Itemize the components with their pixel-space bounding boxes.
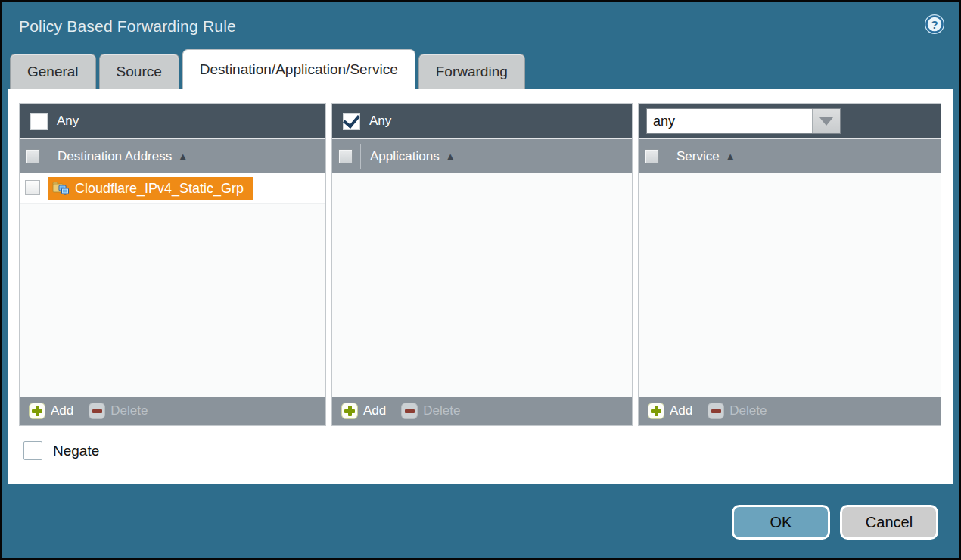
negate-checkbox[interactable] <box>23 441 42 460</box>
add-label: Add <box>51 403 73 418</box>
service-list <box>639 173 941 397</box>
destination-address-header: Destination Address ▲ <box>20 139 325 173</box>
help-question-icon[interactable]: ? <box>924 14 945 35</box>
tab-label: Destination/Application/Service <box>200 61 398 78</box>
tab-source[interactable]: Source <box>99 54 179 89</box>
add-plus-icon <box>29 403 45 419</box>
add-button[interactable]: Add <box>648 403 692 419</box>
dropdown-button[interactable] <box>812 109 840 133</box>
negate-row: Negate <box>23 441 942 460</box>
chevron-down-icon <box>819 117 833 126</box>
sort-asc-icon[interactable]: ▲ <box>178 151 188 162</box>
tab-content: Any Destination Address ▲ <box>8 89 953 484</box>
delete-minus-icon <box>708 403 724 419</box>
add-label: Add <box>670 403 692 418</box>
delete-button[interactable]: Delete <box>89 403 148 419</box>
destination-any-label: Any <box>57 114 79 129</box>
select-all-checkbox[interactable] <box>645 149 659 163</box>
table-row[interactable]: Cloudflare_IPv4_Static_Grp <box>20 173 325 204</box>
delete-label: Delete <box>729 403 767 418</box>
delete-label: Delete <box>423 403 460 418</box>
delete-minus-icon <box>89 403 105 419</box>
delete-label: Delete <box>110 403 148 418</box>
add-label: Add <box>363 403 386 418</box>
address-group-item[interactable]: Cloudflare_IPv4_Static_Grp <box>48 177 253 200</box>
service-panel: any Service ▲ Add <box>638 103 941 426</box>
divider <box>360 144 361 169</box>
column-header-label[interactable]: Destination Address <box>58 149 172 164</box>
tab-label: General <box>27 64 79 80</box>
destination-any-checkbox[interactable] <box>30 113 48 130</box>
ok-button[interactable]: OK <box>732 505 830 540</box>
pbf-rule-dialog: Policy Based Forwarding Rule ? General S… <box>0 0 961 560</box>
select-all-checkbox[interactable] <box>338 149 353 163</box>
service-footer-bar: Add Delete <box>639 397 941 425</box>
dialog-footer: OK Cancel <box>732 505 938 540</box>
tab-destination-application-service[interactable]: Destination/Application/Service <box>182 49 415 89</box>
destination-address-panel: Any Destination Address ▲ <box>19 103 326 426</box>
service-header: Service ▲ <box>639 139 941 173</box>
delete-button[interactable]: Delete <box>401 403 460 419</box>
column-header-label[interactable]: Applications <box>370 149 440 164</box>
dialog-titlebar: Policy Based Forwarding Rule ? <box>2 2 959 51</box>
destination-address-list: Cloudflare_IPv4_Static_Grp <box>20 173 325 397</box>
row-checkbox[interactable] <box>25 180 40 195</box>
select-all-checkbox[interactable] <box>26 149 40 163</box>
tab-label: Forwarding <box>436 64 508 80</box>
add-button[interactable]: Add <box>29 403 73 419</box>
add-plus-icon <box>341 403 358 419</box>
address-group-icon <box>52 181 69 196</box>
column-header-label[interactable]: Service <box>676 149 720 164</box>
applications-any-checkbox[interactable] <box>343 113 360 130</box>
divider <box>48 144 48 169</box>
applications-any-bar: Any <box>332 104 632 139</box>
negate-label: Negate <box>53 443 99 459</box>
destination-footer-bar: Add Delete <box>20 397 325 425</box>
add-button[interactable]: Add <box>341 403 386 419</box>
tab-label: Source <box>117 64 162 80</box>
dialog-title: Policy Based Forwarding Rule <box>19 17 236 36</box>
service-type-value: any <box>647 109 812 133</box>
applications-list <box>332 173 632 397</box>
sort-asc-icon[interactable]: ▲ <box>726 151 736 162</box>
tab-forwarding[interactable]: Forwarding <box>418 54 525 89</box>
service-select-bar: any <box>639 104 941 139</box>
sort-asc-icon[interactable]: ▲ <box>446 151 456 162</box>
divider <box>667 144 667 169</box>
applications-any-label: Any <box>369 114 391 129</box>
delete-minus-icon <box>401 403 418 419</box>
service-type-dropdown[interactable]: any <box>646 108 841 134</box>
destination-any-bar: Any <box>20 104 325 139</box>
applications-footer-bar: Add Delete <box>332 397 632 425</box>
tab-bar: General Source Destination/Application/S… <box>2 51 959 89</box>
add-plus-icon <box>648 403 664 419</box>
applications-panel: Any Applications ▲ Add Delete <box>331 103 633 426</box>
applications-header: Applications ▲ <box>332 139 632 173</box>
delete-button[interactable]: Delete <box>708 403 767 419</box>
tab-general[interactable]: General <box>10 54 96 89</box>
svg-text:?: ? <box>931 18 938 31</box>
item-label: Cloudflare_IPv4_Static_Grp <box>75 181 244 197</box>
cancel-button[interactable]: Cancel <box>840 505 938 540</box>
